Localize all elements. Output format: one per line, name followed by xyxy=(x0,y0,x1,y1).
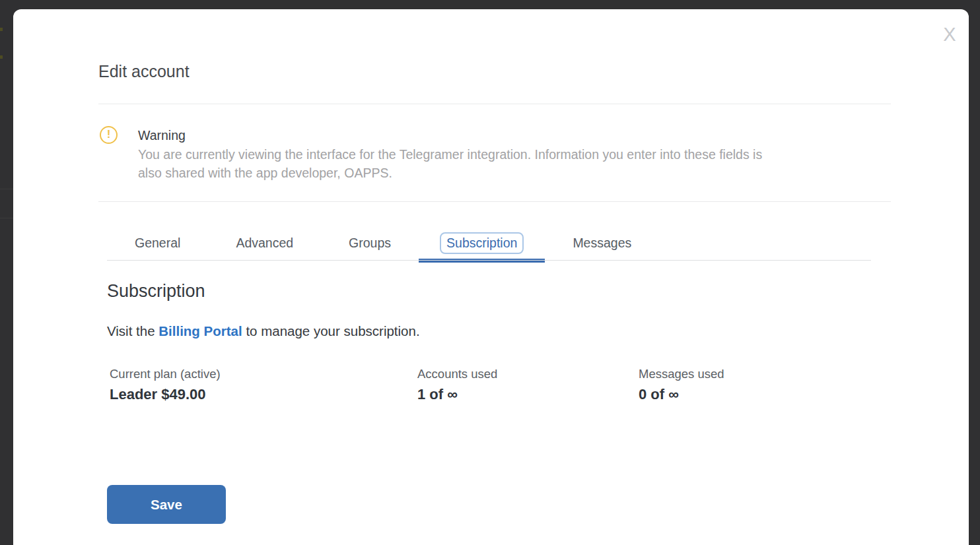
warning-body-line2: also shared with the app developer, OAPP… xyxy=(138,166,392,181)
tab-advanced[interactable]: Advanced xyxy=(208,226,321,260)
visit-suffix-text: to manage your subscription. xyxy=(242,323,420,338)
tab-groups[interactable]: Groups xyxy=(321,226,419,260)
stat-value: Leader $49.00 xyxy=(110,386,221,403)
warning-body-line1: You are currently viewing the interface … xyxy=(138,147,762,162)
background-divider xyxy=(0,189,13,189)
stat-label: Current plan (active) xyxy=(110,367,221,381)
stat-messages-used: Messages used 0 of ∞ xyxy=(639,367,724,403)
stat-accounts-used: Accounts used 1 of ∞ xyxy=(417,367,497,403)
warning-divider xyxy=(98,201,891,202)
billing-portal-link[interactable]: Billing Portal xyxy=(158,323,242,338)
billing-portal-sentence: Visit the Billing Portal to manage your … xyxy=(107,323,420,339)
stat-current-plan: Current plan (active) Leader $49.00 xyxy=(110,367,221,403)
tab-label: Groups xyxy=(349,236,391,251)
visit-prefix-text: Visit the xyxy=(107,323,158,338)
tab-messages[interactable]: Messages xyxy=(545,226,659,260)
modal-title: Edit account xyxy=(98,62,190,81)
tab-label: Subscription xyxy=(440,232,524,254)
stat-label: Accounts used xyxy=(417,367,497,381)
tab-label: Messages xyxy=(573,236,631,251)
background-artifact xyxy=(0,28,3,31)
tab-label: Advanced xyxy=(236,236,293,251)
title-divider xyxy=(98,104,891,104)
edit-account-modal: X Edit account ! Warning You are current… xyxy=(13,9,969,545)
tab-bar-divider xyxy=(107,260,871,261)
tab-label: General xyxy=(135,236,180,251)
tab-subscription[interactable]: Subscription xyxy=(419,226,545,260)
background-divider xyxy=(0,218,13,218)
stat-value: 1 of ∞ xyxy=(417,386,497,403)
close-icon[interactable]: X xyxy=(936,21,963,48)
warning-title: Warning xyxy=(138,128,186,143)
warning-icon: ! xyxy=(100,126,118,144)
stat-label: Messages used xyxy=(639,367,724,381)
subscription-heading: Subscription xyxy=(107,281,205,302)
stat-value: 0 of ∞ xyxy=(639,386,724,403)
background-artifact xyxy=(0,55,3,59)
tab-bar: General Advanced Groups Subscription Mes… xyxy=(107,226,659,260)
save-button[interactable]: Save xyxy=(107,485,226,524)
tab-general[interactable]: General xyxy=(107,226,208,260)
